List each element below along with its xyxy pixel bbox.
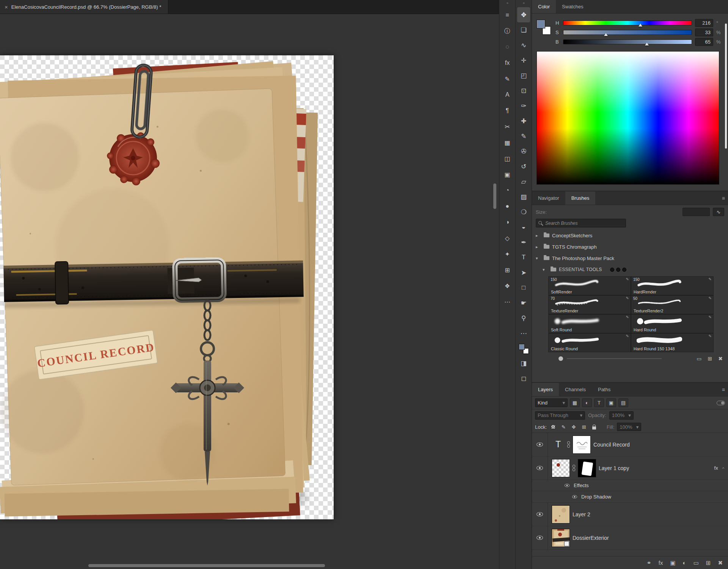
lock-artboard-icon[interactable]: ⊞ (580, 423, 588, 431)
close-tab-icon[interactable]: × (5, 4, 8, 10)
panel-scrollbar[interactable] (725, 24, 727, 149)
adjustments-panel-icon[interactable]: ≡ (501, 7, 514, 23)
brush-folder-master-pack[interactable]: ▾ The Photoshop Master Pack (532, 252, 728, 264)
layer-mask-thumbnail[interactable] (578, 459, 596, 477)
dodge-tool[interactable]: ◒ (517, 219, 530, 235)
tab-color[interactable]: Color (532, 0, 556, 13)
timeline-panel-icon[interactable]: ◔ (501, 182, 514, 198)
brush-item-hardrender[interactable]: 150 ✎ HardRender (631, 276, 714, 295)
canvas-pasteboard[interactable]: COUNCIL RECORD (0, 14, 499, 569)
disclosure-arrow-icon[interactable]: ▾ (536, 256, 541, 261)
hue-slider[interactable] (563, 20, 692, 25)
tab-navigator[interactable]: Navigator (532, 191, 565, 205)
brush-item-hard-round[interactable]: ✎ Hard Round (631, 314, 714, 333)
clone-stamp-tool[interactable]: ✇ (517, 144, 530, 159)
layer-row-council-record[interactable]: T Council Record (532, 433, 728, 456)
brush-stroke-preview-toggle[interactable]: ∿ (713, 208, 724, 216)
type-tool[interactable]: T (517, 250, 530, 265)
eraser-tool[interactable]: ▱ (517, 174, 530, 189)
layer-mask-thumbnail[interactable] (573, 436, 591, 454)
tab-channels[interactable]: Channels (559, 383, 592, 396)
navigator-panel-icon[interactable]: ▣ (501, 166, 514, 182)
new-brush-icon[interactable]: ⊞ (708, 356, 712, 362)
filter-smart-objects-icon[interactable]: ▤ (618, 398, 628, 407)
shape-tool[interactable]: □ (517, 280, 530, 295)
brush-preview-size-rail[interactable] (567, 358, 662, 359)
foreground-color-swatch[interactable] (519, 344, 525, 350)
tab-paths[interactable]: Paths (592, 383, 617, 396)
hand-tool[interactable]: ☛ (517, 295, 530, 310)
document-canvas[interactable]: COUNCIL RECORD (0, 55, 334, 519)
object-selection-tool[interactable]: ✛ (517, 53, 530, 68)
adjustment-layer-icon[interactable]: ◐ (683, 560, 686, 566)
filter-pixel-layers-icon[interactable]: ▩ (570, 398, 580, 407)
search-input[interactable] (536, 219, 626, 227)
panel-menu-icon[interactable]: ≡ (722, 191, 725, 205)
link-layers-icon[interactable]: ⚭ (646, 560, 651, 566)
visibility-toggle[interactable] (532, 456, 548, 480)
filter-adjustment-layers-icon[interactable]: ◐ (582, 398, 592, 407)
gradient-tool[interactable]: ▨ (517, 189, 530, 204)
eye-icon[interactable] (572, 495, 577, 498)
brush-folder-conceptsketchers[interactable]: ▸ ConceptSketchers (532, 230, 728, 241)
lasso-tool[interactable]: ∿ (517, 38, 530, 53)
layer-thumbnail[interactable] (552, 459, 570, 477)
fx-panel-icon[interactable]: fx (501, 55, 514, 71)
collapse-toolbar-icon[interactable]: ‹‹ (523, 1, 524, 7)
actions-panel-icon[interactable]: ❖ (501, 278, 514, 294)
filter-toggle-icon[interactable] (717, 401, 725, 405)
swatches-panel-icon[interactable]: ⊞ (501, 262, 514, 278)
marquee-tool[interactable]: ❏ (517, 22, 530, 38)
quick-mask-icon[interactable]: ◨ (517, 356, 530, 371)
effects-label[interactable]: Effects (574, 483, 589, 488)
styles-panel-icon[interactable]: ✦ (501, 246, 514, 262)
collapse-effects-icon[interactable]: › (720, 467, 725, 469)
visibility-toggle[interactable] (532, 503, 548, 526)
brush-item-soft-round[interactable]: ✎ Soft Round (548, 314, 631, 333)
new-brush-group-icon[interactable]: ▭ (697, 356, 701, 362)
layer-name[interactable]: DossierExterior (573, 535, 609, 541)
layer-name[interactable]: Layer 1 copy (599, 465, 629, 471)
lock-position-icon[interactable]: ✥ (570, 423, 577, 431)
masks-panel-icon[interactable]: ◌ (501, 39, 514, 55)
frame-tool[interactable]: ⊡ (517, 83, 530, 98)
lock-transparency-icon[interactable] (549, 423, 557, 431)
saturation-value[interactable]: 33 (695, 28, 713, 36)
layer-thumbnail[interactable] (552, 529, 570, 547)
eye-icon[interactable] (537, 442, 543, 447)
text-layer-thumbnail[interactable]: T (552, 439, 565, 450)
foreground-color-swatch[interactable] (537, 20, 545, 28)
saturation-slider-handle[interactable] (604, 33, 608, 36)
layer-row-dossier-exterior[interactable]: DossierExterior (532, 526, 728, 550)
tab-brushes[interactable]: Brushes (565, 191, 596, 205)
disclosure-arrow-icon[interactable]: ▸ (536, 245, 541, 249)
blend-mode-dropdown[interactable]: Pass Through ▾ (535, 411, 585, 420)
brush-preview-size-slider[interactable] (559, 356, 563, 361)
layer-row-layer1-copy[interactable]: Layer 1 copy fx › (532, 456, 728, 480)
brush-size-input[interactable] (682, 208, 710, 216)
brush-item-texturerender[interactable]: 70 ✎ TextureRender (548, 295, 631, 314)
brush-folder-tgts-chromagraph[interactable]: ▸ TGTS Chromagraph (532, 241, 728, 252)
filter-shape-layers-icon[interactable]: ▣ (606, 398, 616, 407)
document-tab[interactable]: × ElenaCosicovaCouncilRecord.psd @ 66.7%… (0, 0, 168, 14)
more-panels-icon[interactable]: ⋯ (501, 294, 514, 310)
fx-badge[interactable]: fx (714, 465, 718, 471)
paragraph-panel-icon[interactable]: ¶ (501, 103, 514, 119)
patterns-panel-icon[interactable]: ◇ (501, 230, 514, 246)
histogram-panel-icon[interactable]: ▦ (501, 135, 514, 150)
move-tool[interactable]: ✥ (517, 7, 530, 22)
horizontal-scrollbar[interactable] (88, 564, 325, 567)
color-panel-icon[interactable]: ● (501, 198, 514, 214)
zoom-tool[interactable]: ⚲ (517, 310, 530, 326)
brush-tool[interactable]: ✎ (517, 129, 530, 144)
brightness-slider-handle[interactable] (645, 42, 649, 45)
pen-tool[interactable]: ✒ (517, 235, 530, 250)
brush-item-hard-round-150-1348[interactable]: ✎ Hard Round 150 1348 (631, 333, 714, 352)
tab-layers[interactable]: Layers (532, 383, 559, 396)
saturation-slider[interactable] (563, 30, 692, 35)
brush-item-classic-round[interactable]: ✎ Classic Round (548, 333, 631, 352)
filter-type-layers-icon[interactable]: T (594, 398, 604, 407)
hue-value[interactable]: 216 (695, 19, 713, 27)
brush-settings-panel-icon[interactable]: ✎ (501, 71, 514, 87)
path-selection-tool[interactable]: ➤ (517, 265, 530, 280)
